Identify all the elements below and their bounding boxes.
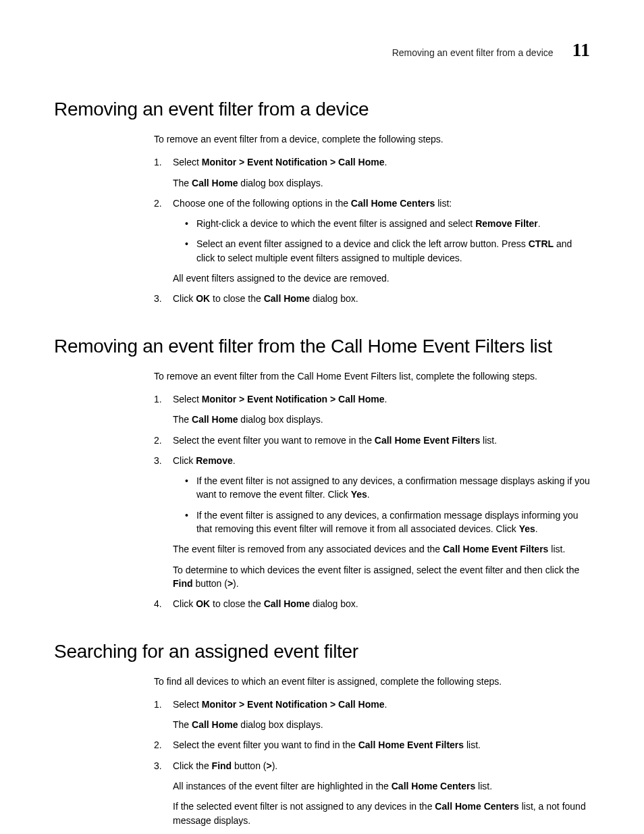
section: Removing an event filter from a deviceTo… bbox=[54, 99, 590, 306]
step-body: Select the event filter you want to find… bbox=[173, 738, 590, 752]
section-intro: To remove an event filter from a device,… bbox=[154, 132, 590, 146]
section-title: Removing an event filter from the Call H… bbox=[54, 336, 590, 357]
step-body: Select Monitor > Event Notification > Ca… bbox=[173, 698, 590, 732]
step-number: 1. bbox=[154, 392, 166, 427]
running-header: Removing an event filter from a device 1… bbox=[54, 39, 590, 61]
step-body: Select Monitor > Event Notification > Ca… bbox=[173, 155, 590, 190]
step-item: 3.Click OK to close the Call Home dialog… bbox=[154, 292, 590, 305]
step-item: 2.Select the event filter you want to fi… bbox=[154, 738, 590, 752]
step-list: 1.Select Monitor > Event Notification > … bbox=[154, 698, 590, 827]
step-text: Select Monitor > Event Notification > Ca… bbox=[173, 155, 590, 169]
bullet-text: Right-click a device to which the event … bbox=[196, 217, 541, 230]
section-body: To remove an event filter from a device,… bbox=[154, 132, 590, 306]
step-number: 3. bbox=[154, 759, 166, 827]
step-after-text: The Call Home dialog box displays. bbox=[173, 718, 590, 731]
step-number: 1. bbox=[154, 155, 166, 190]
bullet-text: If the event filter is assigned to any d… bbox=[196, 509, 590, 536]
section-intro: To remove an event filter from the Call … bbox=[154, 369, 590, 383]
step-body: Click Remove.If the event filter is not … bbox=[173, 454, 590, 590]
running-header-title: Removing an event filter from a device bbox=[392, 47, 554, 58]
step-text: Click the Find button (>). bbox=[173, 759, 590, 773]
bullet-item: Select an event filter assigned to a dev… bbox=[185, 237, 590, 265]
section-title: Removing an event filter from a device bbox=[54, 99, 590, 120]
step-body: Click OK to close the Call Home dialog b… bbox=[173, 597, 590, 610]
step-item: 1.Select Monitor > Event Notification > … bbox=[154, 155, 590, 190]
bullet-text: Select an event filter assigned to a dev… bbox=[196, 237, 590, 265]
bullet-list: If the event filter is not assigned to a… bbox=[185, 474, 590, 536]
step-item: 3.Click Remove.If the event filter is no… bbox=[154, 454, 590, 590]
step-item: 1.Select Monitor > Event Notification > … bbox=[154, 392, 590, 427]
step-after-text: The Call Home dialog box displays. bbox=[173, 413, 590, 426]
step-list: 1.Select Monitor > Event Notification > … bbox=[154, 155, 590, 305]
bullet-item: If the event filter is assigned to any d… bbox=[185, 509, 590, 536]
section-intro: To find all devices to which an event fi… bbox=[154, 675, 590, 688]
step-text: Choose one of the following options in t… bbox=[173, 197, 590, 210]
step-after-text: All event filters assigned to the device… bbox=[173, 271, 590, 285]
step-after-text: If the selected event filter is not assi… bbox=[173, 800, 590, 827]
step-body: Click the Find button (>).All instances … bbox=[173, 759, 590, 827]
step-number: 2. bbox=[154, 434, 166, 447]
step-number: 2. bbox=[154, 738, 166, 752]
page: Removing an event filter from a device 1… bbox=[0, 0, 644, 834]
step-after-text: The Call Home dialog box displays. bbox=[173, 176, 590, 190]
step-number: 3. bbox=[154, 292, 166, 305]
step-number: 4. bbox=[154, 597, 166, 610]
bullet-item: If the event filter is not assigned to a… bbox=[185, 474, 590, 502]
step-item: 1.Select Monitor > Event Notification > … bbox=[154, 698, 590, 732]
step-number: 2. bbox=[154, 197, 166, 285]
step-text: Select Monitor > Event Notification > Ca… bbox=[173, 392, 590, 406]
step-text: Click OK to close the Call Home dialog b… bbox=[173, 597, 590, 610]
chapter-number: 11 bbox=[572, 39, 590, 61]
step-text: Click OK to close the Call Home dialog b… bbox=[173, 292, 590, 305]
step-text: Select the event filter you want to find… bbox=[173, 738, 590, 752]
step-body: Select the event filter you want to remo… bbox=[173, 434, 590, 447]
step-after-text: The event filter is removed from any ass… bbox=[173, 542, 590, 556]
section-body: To find all devices to which an event fi… bbox=[154, 675, 590, 827]
section-title: Searching for an assigned event filter bbox=[54, 641, 590, 662]
bullet-text: If the event filter is not assigned to a… bbox=[196, 474, 590, 502]
section: Searching for an assigned event filterTo… bbox=[54, 641, 590, 827]
section-body: To remove an event filter from the Call … bbox=[154, 369, 590, 611]
bullet-list: Right-click a device to which the event … bbox=[185, 217, 590, 265]
section: Removing an event filter from the Call H… bbox=[54, 336, 590, 611]
step-body: Click OK to close the Call Home dialog b… bbox=[173, 292, 590, 305]
step-text: Click Remove. bbox=[173, 454, 590, 467]
step-number: 1. bbox=[154, 698, 166, 732]
step-after-text: To determine to which devices the event … bbox=[173, 563, 590, 591]
step-list: 1.Select Monitor > Event Notification > … bbox=[154, 392, 590, 611]
step-item: 4.Click OK to close the Call Home dialog… bbox=[154, 597, 590, 610]
step-text: Select Monitor > Event Notification > Ca… bbox=[173, 698, 590, 711]
step-body: Select Monitor > Event Notification > Ca… bbox=[173, 392, 590, 427]
step-text: Select the event filter you want to remo… bbox=[173, 434, 590, 447]
step-after-text: All instances of the event filter are hi… bbox=[173, 779, 590, 793]
step-item: 3.Click the Find button (>).All instance… bbox=[154, 759, 590, 827]
step-body: Choose one of the following options in t… bbox=[173, 197, 590, 285]
step-item: 2.Choose one of the following options in… bbox=[154, 197, 590, 285]
step-number: 3. bbox=[154, 454, 166, 590]
step-item: 2.Select the event filter you want to re… bbox=[154, 434, 590, 447]
bullet-item: Right-click a device to which the event … bbox=[185, 217, 590, 230]
